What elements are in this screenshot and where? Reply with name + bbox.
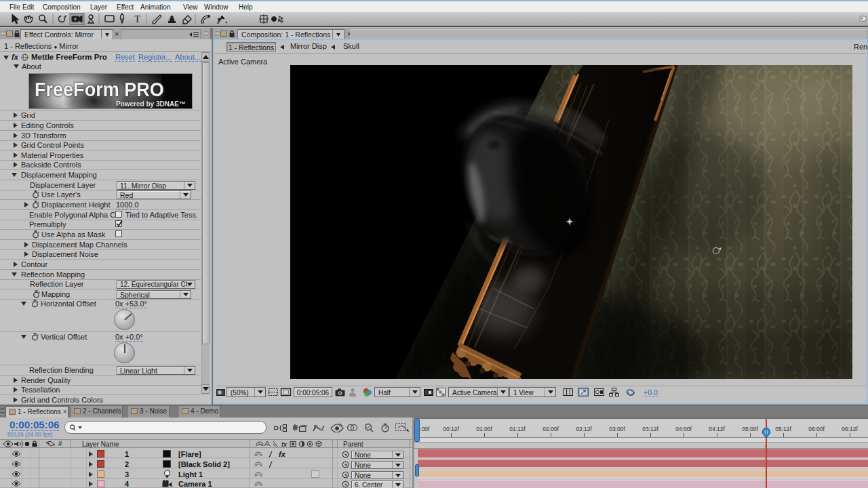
svg-text:T: T: [134, 14, 140, 24]
svg-text:fx: fx: [281, 441, 288, 447]
